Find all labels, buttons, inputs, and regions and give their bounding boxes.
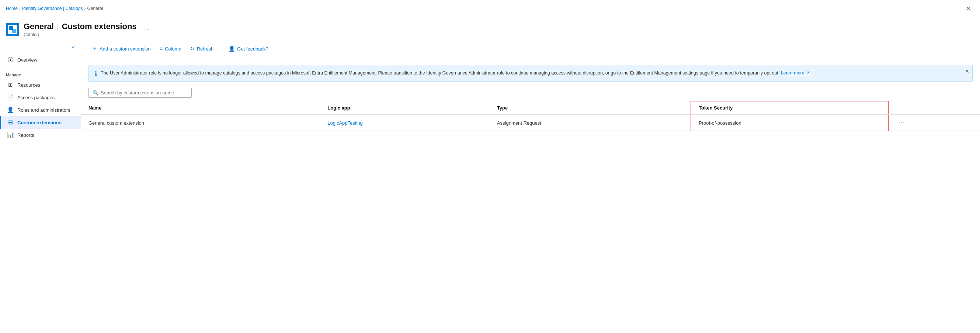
sidebar-resources-label: Resources [18, 82, 40, 88]
roles-icon: 👤 [7, 107, 14, 113]
breadcrumb-sep-2: › [84, 6, 86, 11]
sidebar-item-access-packages[interactable]: 📄 Access packages [0, 91, 81, 104]
search-bar: 🔍 [89, 88, 973, 98]
title-divider: | [57, 22, 59, 31]
breadcrumb-home[interactable]: Home [6, 6, 18, 11]
column-icon: ≡ [160, 46, 162, 52]
cell-row-actions: ··· [888, 115, 980, 131]
cell-type: Assignment Request [490, 115, 691, 131]
add-custom-extension-button[interactable]: ＋ Add a custom extension [89, 43, 154, 54]
col-header-logic-app: Logic app [320, 101, 490, 115]
overview-icon: ⓘ [7, 56, 14, 64]
cell-name: General custom extension [81, 115, 320, 131]
data-table: Name Logic app Type Token Security Gener… [81, 101, 980, 131]
sidebar-item-reports[interactable]: 📊 Reports [0, 129, 81, 141]
close-banner-button[interactable]: ✕ [965, 68, 969, 74]
info-banner-text: The User Administrator role is no longer… [101, 70, 810, 77]
sidebar-item-overview[interactable]: ⓘ Overview [0, 54, 81, 66]
page-catalog-label: Catalog [24, 32, 137, 37]
sidebar-access-packages-label: Access packages [18, 95, 54, 100]
sidebar-custom-extensions-label: Custom extensions [18, 120, 62, 125]
col-header-actions [888, 101, 980, 115]
sidebar-divider [0, 68, 81, 68]
breadcrumb-identity-governance[interactable]: Identity Governance | Catalogs [22, 6, 83, 11]
breadcrumb: Home › Identity Governance | Catalogs › … [6, 6, 103, 11]
learn-more-link[interactable]: Learn more ↗ [781, 70, 810, 76]
reports-icon: 📊 [7, 132, 14, 138]
add-label: Add a custom extension [100, 46, 151, 52]
breadcrumb-current: General [88, 6, 103, 11]
refresh-icon: ↻ [190, 46, 195, 52]
feedback-icon: 👤 [229, 46, 235, 52]
cell-logic-app: LogicAppTesting [320, 115, 490, 131]
sidebar-reports-label: Reports [18, 132, 34, 138]
top-bar: Home › Identity Governance | Catalogs › … [0, 0, 980, 18]
page-title-block: General | Custom extensions Catalog [24, 22, 137, 37]
feedback-button[interactable]: 👤 Got feedback? [225, 43, 272, 54]
info-icon: ℹ [95, 70, 97, 77]
sidebar-collapse-button[interactable]: « [70, 43, 76, 51]
page-subtitle: Custom extensions [62, 22, 137, 31]
custom-extensions-icon: ⊟ [7, 119, 14, 126]
cell-token-security: Proof-of-possession [691, 115, 888, 131]
column-label: Column [165, 46, 181, 52]
table-body: General custom extension LogicAppTesting… [81, 115, 980, 131]
sidebar: « ⓘ Overview Manage ⊞ Resources 📄 Access… [0, 39, 81, 333]
table-row: General custom extension LogicAppTesting… [81, 115, 980, 131]
access-packages-icon: 📄 [7, 94, 14, 101]
sidebar-manage-label: Manage [0, 70, 81, 78]
sidebar-item-resources[interactable]: ⊞ Resources [0, 78, 81, 91]
page-icon-inner [8, 25, 17, 34]
toolbar: ＋ Add a custom extension ≡ Column ↻ Refr… [81, 39, 980, 59]
sidebar-roles-label: Roles and administrators [18, 107, 70, 113]
search-input-wrapper: 🔍 [89, 88, 192, 98]
refresh-label: Refresh [197, 46, 214, 52]
close-button[interactable]: ✕ [963, 3, 974, 14]
search-input[interactable] [101, 90, 188, 96]
sidebar-item-custom-extensions[interactable]: ⊟ Custom extensions [0, 116, 81, 129]
more-options-button[interactable]: ··· [141, 25, 155, 34]
add-icon: ＋ [92, 45, 97, 52]
page-header: General | Custom extensions Catalog ··· [0, 18, 980, 39]
column-button[interactable]: ≡ Column [156, 43, 185, 54]
page-icon [6, 23, 19, 36]
refresh-button[interactable]: ↻ Refresh [186, 43, 218, 54]
main-layout: « ⓘ Overview Manage ⊞ Resources 📄 Access… [0, 39, 980, 333]
sidebar-toggle-area: « [0, 41, 81, 54]
logic-app-link[interactable]: LogicAppTesting [328, 120, 363, 126]
row-actions-button[interactable]: ··· [896, 119, 908, 127]
sidebar-item-roles-admins[interactable]: 👤 Roles and administrators [0, 104, 81, 116]
sidebar-overview-label: Overview [18, 57, 37, 63]
col-header-token-security: Token Security [691, 101, 888, 115]
resources-icon: ⊞ [7, 81, 14, 88]
content-area: ＋ Add a custom extension ≡ Column ↻ Refr… [81, 39, 980, 333]
page-title: General [24, 22, 54, 31]
col-header-name: Name [81, 101, 320, 115]
info-banner: ℹ The User Administrator role is no long… [89, 65, 973, 82]
table-header: Name Logic app Type Token Security [81, 101, 980, 115]
search-icon: 🔍 [92, 90, 99, 96]
feedback-label: Got feedback? [237, 46, 269, 52]
breadcrumb-sep-1: › [19, 6, 21, 11]
col-header-type: Type [490, 101, 691, 115]
